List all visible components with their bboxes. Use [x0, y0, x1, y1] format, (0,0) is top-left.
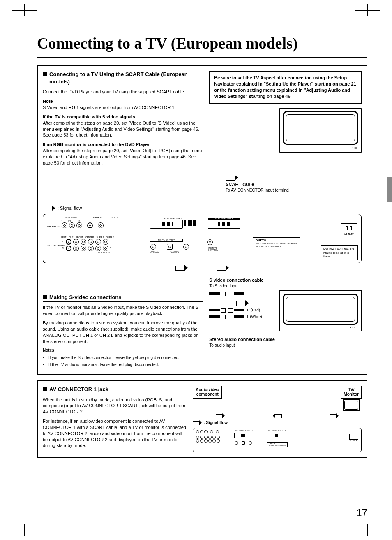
- sub2: If an RGB monitor is connected to the DV…: [43, 141, 203, 166]
- arrow-icon: [236, 301, 249, 305]
- tv-small-icon: [343, 399, 360, 411]
- tv-illustration: ▸ ◦ ▭: [279, 108, 362, 153]
- stereo-cable-sub: To audio input: [209, 343, 235, 348]
- rear-panel-diagram: VIDEO OUTPUT ANALOG OUTPUT COMPONENT S V…: [43, 214, 362, 263]
- label-digital-output: DIGITAL OUTPUT: [150, 239, 183, 242]
- label-component: COMPONENT: [64, 217, 77, 219]
- heading-text: AV CONNECTOR 1 jack: [49, 386, 108, 393]
- svideo-p2: By making connections to a stereo system…: [43, 320, 203, 344]
- square-bullet-icon: [43, 72, 47, 76]
- avc1-p1: When the unit is in standby mode, audio …: [43, 397, 186, 415]
- page-number: 17: [356, 506, 367, 519]
- note-item: If you make the S video connection, leav…: [48, 355, 203, 361]
- aspect-note-box: Be sure to set the TV Aspect after conne…: [209, 71, 362, 103]
- plug-icon: [209, 315, 226, 318]
- title-rule: [37, 57, 367, 59]
- model-line: SACD & DVD AUDIO/VIDEO PLAYER: [256, 242, 297, 245]
- note-item: If the TV audio is monaural, leave the r…: [48, 362, 203, 368]
- arrow-icon: [175, 266, 188, 270]
- plug-icon: [209, 292, 226, 295]
- stereo-cable-label: Stereo audio connection cable: [209, 337, 275, 342]
- arrow-icon: [43, 206, 55, 210]
- avc1-p2: For instance, if an audio/video componen…: [43, 418, 186, 449]
- scart-cable-sub: To AV CONNECTOR input terminal: [226, 188, 289, 192]
- sub1-head: If the TV is compatible with S video sig…: [43, 114, 135, 119]
- scart-cable-label: SCART cable: [226, 182, 254, 187]
- ac-inlet-icon: [341, 223, 357, 233]
- label-video: VIDEO: [111, 217, 118, 219]
- main-box-1: Connecting to a TV Using the SCART Cable…: [37, 65, 367, 375]
- plug-icon: [228, 308, 244, 312]
- arrow-icon: [226, 176, 238, 180]
- main-box-2: AV CONNECTOR 1 jack When the unit is in …: [37, 380, 367, 459]
- arrow-icon: [193, 421, 202, 424]
- page-title: Connecting to a TV (European models): [37, 33, 367, 54]
- svideo-cable-sub: To S video input: [209, 284, 238, 288]
- arrow-icon: [273, 414, 282, 417]
- plug-icon: [209, 308, 226, 312]
- svideo-cable-label: S video connection cable: [209, 278, 263, 283]
- plug-icon: [228, 292, 244, 295]
- mini-rear-panel: AV CONNECTOR 1 AV CONNECTOR 2 ONKYO MODE…: [193, 428, 362, 452]
- rca-red-label: R (Red): [247, 308, 260, 313]
- section-svideo-heading: Making S-video connections: [43, 294, 203, 302]
- plug-icon: [228, 315, 244, 318]
- do-not-connect-note: DO NOT connect the mains lead at this ti…: [321, 245, 358, 260]
- signal-flow-legend: : Signal flow: [43, 205, 362, 211]
- brand-label: ONKYO: [256, 239, 297, 242]
- sub1: If the TV is compatible with S video sig…: [43, 114, 203, 138]
- notes-label: Notes: [43, 348, 203, 353]
- signal-flow-text: : Signal flow: [58, 205, 82, 211]
- square-bullet-icon: [43, 295, 47, 299]
- sub2-body: After completing the steps on page 20, s…: [43, 148, 202, 165]
- tv-monitor-box: TV/Monitor: [341, 386, 362, 399]
- rca-white-label: L (White): [247, 314, 262, 319]
- arrow-icon: [217, 266, 229, 270]
- sub2-head: If an RGB monitor is connected to the DV…: [43, 142, 150, 147]
- intro-text: Connect the DVD Player and your TV using…: [43, 89, 203, 95]
- tv-illustration: ▸ ◦ ▭: [279, 290, 362, 331]
- heading-text: Making S-video connections: [49, 294, 122, 301]
- section-avc1-heading: AV CONNECTOR 1 jack: [43, 386, 186, 394]
- note-body: S Video and RGB signals are not output f…: [43, 105, 176, 110]
- label-ac-inlet: AC INLET: [341, 233, 357, 235]
- section-scart-heading: Connecting to a TV Using the SCART Cable…: [43, 71, 203, 86]
- label-svideo: S VIDEO: [93, 217, 101, 219]
- note-label: Note: [43, 99, 53, 104]
- model-no: MODEL NO. DV-SP800: [256, 245, 281, 248]
- svideo-p1: If the TV or monitor has an S video inpu…: [43, 304, 203, 317]
- square-bullet-icon: [43, 387, 47, 391]
- arrow-icon: [330, 414, 339, 417]
- sub1-body: After completing the steps on page 20, s…: [43, 121, 199, 138]
- av-component-box: Audio/videocomponent: [193, 386, 222, 399]
- signal-flow-text: : Signal flow: [203, 420, 228, 426]
- note-block: Note S Video and RGB signals are not out…: [43, 98, 203, 111]
- section-tab: [387, 177, 392, 202]
- arrow-icon: [216, 414, 225, 417]
- notes-list: If you make the S video connection, leav…: [43, 355, 203, 368]
- label-video-output: VIDEO OUTPUT: [47, 226, 63, 228]
- heading-text: Connecting to a TV Using the SCART Cable…: [49, 71, 203, 85]
